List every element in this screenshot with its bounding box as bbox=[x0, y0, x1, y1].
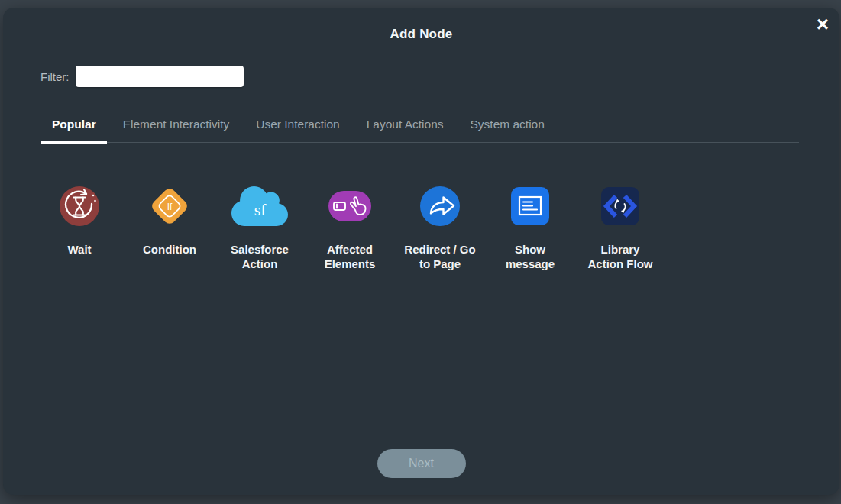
show-message-icon bbox=[509, 186, 551, 227]
node-label: Redirect / Go to Page bbox=[402, 243, 478, 272]
node-label: Library Action Flow bbox=[582, 243, 658, 272]
wait-hourglass-icon bbox=[59, 186, 100, 227]
node-show-message[interactable]: Show message bbox=[485, 173, 575, 272]
close-icon[interactable]: × bbox=[817, 14, 829, 35]
next-button[interactable]: Next bbox=[377, 449, 466, 478]
filter-row: Filter: bbox=[40, 66, 244, 87]
node-label: Salesforce Action bbox=[222, 243, 298, 272]
condition-if-icon: If bbox=[149, 186, 190, 227]
tab-user-interaction[interactable]: User Interaction bbox=[245, 111, 350, 144]
node-label: Wait bbox=[41, 243, 118, 257]
library-action-flow-icon bbox=[600, 186, 641, 227]
salesforce-cloud-icon: sf bbox=[231, 186, 288, 226]
node-label: Condition bbox=[131, 243, 208, 257]
svg-text:sf: sf bbox=[254, 200, 267, 219]
node-library-action-flow[interactable]: Library Action Flow bbox=[575, 173, 665, 272]
svg-text:If: If bbox=[167, 202, 173, 212]
node-redirect-go-to-page[interactable]: Redirect / Go to Page bbox=[395, 173, 485, 272]
node-condition[interactable]: If Condition bbox=[125, 173, 215, 272]
node-grid: Wait If Condition sf Salesforce Action bbox=[34, 173, 665, 272]
tab-element-interactivity[interactable]: Element Interactivity bbox=[112, 111, 241, 144]
tab-system-action[interactable]: System action bbox=[460, 111, 555, 144]
affected-elements-icon bbox=[328, 186, 372, 227]
redirect-arrow-icon bbox=[419, 186, 461, 227]
node-affected-elements[interactable]: Affected Elements bbox=[305, 173, 395, 272]
add-node-modal: Add Node × Filter: Popular Element Inter… bbox=[3, 8, 839, 495]
tab-popular[interactable]: Popular bbox=[41, 111, 107, 144]
modal-title: Add Node bbox=[3, 8, 839, 42]
node-label: Affected Elements bbox=[312, 243, 388, 272]
filter-label: Filter: bbox=[40, 70, 70, 83]
filter-input[interactable] bbox=[76, 66, 244, 87]
tab-bar: Popular Element Interactivity User Inter… bbox=[41, 111, 799, 143]
node-wait[interactable]: Wait bbox=[34, 173, 125, 272]
node-salesforce-action[interactable]: sf Salesforce Action bbox=[215, 173, 305, 272]
tab-layout-actions[interactable]: Layout Actions bbox=[356, 111, 454, 144]
node-label: Show message bbox=[492, 243, 568, 272]
